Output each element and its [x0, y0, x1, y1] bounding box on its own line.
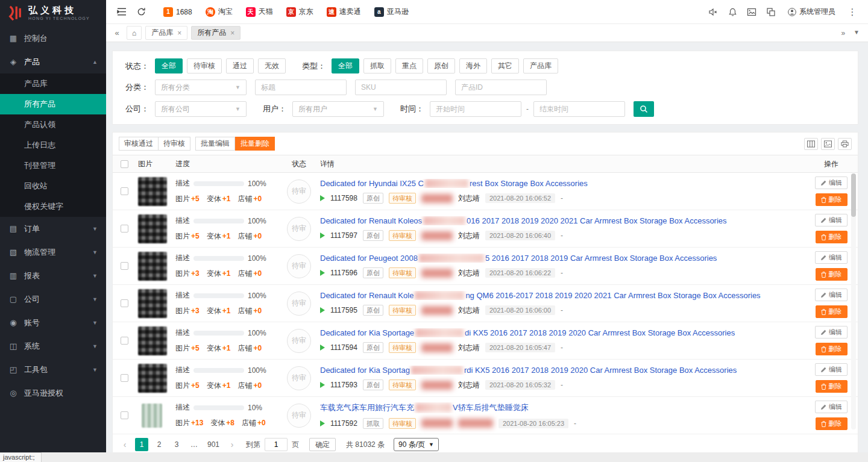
- row-checkbox[interactable]: [121, 337, 128, 345]
- expand-play-icon[interactable]: [320, 307, 325, 313]
- sidebar-subitem-recycle-bin[interactable]: 回收站: [0, 176, 106, 196]
- sidebar-item-amazon-auth[interactable]: ◎ 亚马逊授权: [0, 381, 106, 405]
- notification-bell-icon[interactable]: [723, 0, 742, 24]
- company-select[interactable]: 所有公司 ▼: [155, 101, 247, 117]
- expand-play-icon[interactable]: [320, 382, 325, 388]
- tabs-scroll-right-icon[interactable]: »: [841, 29, 845, 37]
- quick-link-taobao[interactable]: 淘淘宝: [199, 0, 239, 24]
- edit-button[interactable]: 编辑: [815, 214, 848, 226]
- row-checkbox[interactable]: [121, 299, 128, 307]
- row-checkbox[interactable]: [121, 374, 128, 382]
- title-input[interactable]: [255, 80, 347, 95]
- export-image-icon[interactable]: [821, 138, 835, 150]
- expand-play-icon[interactable]: [320, 270, 325, 276]
- sidebar-item-order[interactable]: ▤ 订单 ▼: [0, 217, 106, 240]
- status-invalid-button[interactable]: 无效: [258, 58, 286, 73]
- category-select[interactable]: 所有分类 ▼: [155, 80, 247, 95]
- delete-button[interactable]: 删除: [816, 417, 848, 430]
- sidebar-item-toolkit[interactable]: ◰ 工具包 ▼: [0, 358, 106, 381]
- status-pending-button[interactable]: 待审核: [187, 58, 222, 73]
- status-passed-button[interactable]: 通过: [226, 58, 254, 73]
- row-checkbox[interactable]: [121, 187, 128, 195]
- delete-button[interactable]: 删除: [816, 343, 848, 355]
- tab-all-products[interactable]: 所有产品 ×: [191, 26, 241, 40]
- expand-play-icon[interactable]: [320, 420, 325, 426]
- close-tab-icon[interactable]: ×: [230, 29, 234, 37]
- edit-button[interactable]: 编辑: [815, 176, 848, 189]
- menu-fold-icon[interactable]: [112, 0, 131, 24]
- start-time-input[interactable]: [430, 101, 521, 117]
- gallery-icon[interactable]: [742, 0, 761, 24]
- expand-play-icon[interactable]: [320, 233, 325, 239]
- delete-button[interactable]: 删除: [816, 380, 848, 393]
- row-checkbox[interactable]: [121, 411, 128, 419]
- search-button[interactable]: [634, 101, 654, 117]
- delete-button[interactable]: 删除: [816, 305, 848, 318]
- brand-logo[interactable]: 弘义科技 HONG YI TECHNOLOGY: [0, 0, 106, 27]
- quick-link-jd[interactable]: 京京东: [280, 0, 320, 24]
- product-thumbnail[interactable]: [138, 364, 167, 393]
- theme-icon[interactable]: [761, 0, 781, 24]
- edit-button[interactable]: 编辑: [815, 251, 848, 264]
- product-thumbnail[interactable]: [138, 177, 167, 206]
- user-select[interactable]: 所有用户 ▼: [292, 101, 384, 117]
- product-title-link[interactable]: Dedicated for Renault Kole ng QM6 2016-2…: [320, 291, 800, 300]
- product-title-link[interactable]: 车载充气床车用旅行汽车充 V轿车后排气垫睡觉床: [320, 402, 800, 413]
- product-title-link[interactable]: Dedicated for Kia Sportage di KX5 2016 2…: [320, 328, 800, 337]
- page-3[interactable]: 3: [170, 438, 183, 451]
- type-crawl-button[interactable]: 抓取: [363, 58, 391, 73]
- edit-button[interactable]: 编辑: [815, 289, 848, 301]
- sidebar-item-account[interactable]: ◉ 账号 ▼: [0, 311, 106, 334]
- sidebar-subitem-product-library[interactable]: 产品库: [0, 73, 106, 94]
- quick-link-1688[interactable]: 11688: [157, 0, 199, 24]
- product-thumbnail[interactable]: [138, 252, 167, 281]
- print-icon[interactable]: [838, 138, 852, 150]
- status-all-button[interactable]: 全部: [155, 58, 183, 73]
- more-options-icon[interactable]: ⋮: [843, 0, 862, 24]
- table-scrollbar[interactable]: [851, 173, 856, 429]
- type-all-button[interactable]: 全部: [332, 58, 359, 73]
- sidebar-subitem-infringement-keywords[interactable]: 侵权关键字: [0, 196, 106, 217]
- expand-play-icon[interactable]: [320, 195, 325, 201]
- product-thumbnail[interactable]: [142, 404, 162, 428]
- edit-button[interactable]: 编辑: [815, 363, 848, 376]
- next-page-icon[interactable]: ›: [226, 438, 238, 451]
- expand-play-icon[interactable]: [320, 345, 325, 351]
- jump-page-input[interactable]: [265, 438, 288, 451]
- type-overseas-button[interactable]: 海外: [459, 58, 487, 73]
- quick-link-tmall[interactable]: 天天猫: [239, 0, 280, 24]
- batch-delete-button[interactable]: 批量删除: [235, 137, 275, 151]
- sidebar-item-product[interactable]: ◈ 产品 ▲: [0, 50, 106, 73]
- quick-link-amazon[interactable]: a亚马逊: [368, 0, 415, 24]
- tab-product-library[interactable]: 产品库 ×: [145, 26, 187, 40]
- confirm-jump-button[interactable]: 确定: [309, 438, 336, 451]
- sidebar-item-report[interactable]: ▥ 报表 ▼: [0, 264, 106, 287]
- prev-page-icon[interactable]: ‹: [119, 438, 131, 451]
- tabs-menu-icon[interactable]: ▼: [854, 29, 860, 37]
- scrollbar-thumb[interactable]: [851, 173, 856, 217]
- product-id-input[interactable]: [455, 80, 547, 95]
- type-original-button[interactable]: 原创: [427, 58, 455, 73]
- edit-button[interactable]: 编辑: [815, 326, 848, 339]
- mute-icon[interactable]: [703, 0, 723, 24]
- edit-button[interactable]: 编辑: [815, 401, 848, 413]
- sidebar-subitem-upload-log[interactable]: 上传日志: [0, 135, 106, 155]
- sidebar-item-company[interactable]: ▢ 公司 ▼: [0, 287, 106, 311]
- page-901[interactable]: 901: [205, 438, 222, 451]
- product-title-link[interactable]: Dedicated for Renault Koleos 016 2017 20…: [320, 216, 800, 225]
- product-title-link[interactable]: Dedicated for Kia Sportag rdi KX5 2016 2…: [320, 366, 800, 375]
- product-title-link[interactable]: Dedicated for Peugeot 2008 5 2016 2017 2…: [320, 254, 800, 263]
- type-other-button[interactable]: 其它: [491, 58, 519, 73]
- sku-input[interactable]: [355, 80, 447, 95]
- delete-button[interactable]: 删除: [816, 231, 848, 243]
- product-thumbnail[interactable]: [138, 214, 167, 243]
- delete-button[interactable]: 删除: [816, 193, 848, 206]
- batch-edit-button[interactable]: 批量编辑: [195, 137, 235, 151]
- type-key-button[interactable]: 重点: [395, 58, 423, 73]
- approve-button[interactable]: 审核通过: [119, 137, 159, 151]
- refresh-icon[interactable]: [131, 0, 151, 24]
- sidebar-item-console[interactable]: ▦ 控制台: [0, 27, 106, 50]
- sidebar-item-logistics[interactable]: ▧ 物流管理 ▼: [0, 240, 106, 264]
- columns-setting-icon[interactable]: [804, 138, 818, 150]
- sidebar-subitem-product-claim[interactable]: 产品认领: [0, 114, 106, 135]
